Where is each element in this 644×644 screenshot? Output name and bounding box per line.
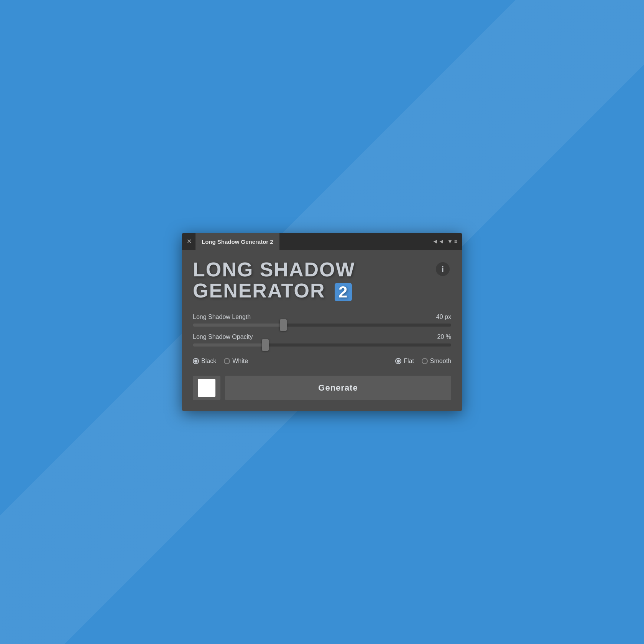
logo-area: LONG SHADOW GENERATOR 2 i — [193, 259, 451, 303]
black-radio[interactable] — [193, 358, 199, 364]
titlebar: ✕ Long Shadow Generator 2 ◄◄ ▼ ≡ — [182, 233, 462, 250]
flat-radio[interactable] — [395, 358, 401, 364]
menu-button[interactable]: ▼ ≡ — [447, 238, 457, 245]
panel: ✕ Long Shadow Generator 2 ◄◄ ▼ ≡ LONG SH… — [182, 233, 462, 411]
menu-arrow-icon: ▼ — [447, 238, 453, 245]
smooth-radio[interactable] — [422, 358, 428, 364]
info-button[interactable]: i — [436, 262, 450, 276]
opacity-label: Long Shadow Opacity — [193, 334, 253, 340]
titlebar-title: Long Shadow Generator 2 — [196, 233, 279, 250]
opacity-slider-row: Long Shadow Opacity 20 % — [193, 334, 451, 347]
logo-line2: GENERATOR — [193, 279, 325, 302]
opacity-slider-fill — [193, 343, 265, 347]
black-label: Black — [201, 358, 216, 365]
rewind-icon[interactable]: ◄◄ — [432, 238, 444, 245]
divider — [256, 357, 318, 365]
length-slider-fill — [193, 324, 283, 327]
length-slider-thumb[interactable] — [280, 319, 287, 331]
logo-badge: 2 — [335, 283, 352, 301]
close-button[interactable]: ✕ — [187, 238, 192, 245]
color-swatch-inner — [198, 379, 215, 397]
smooth-label: Smooth — [430, 358, 451, 365]
menu-lines-icon: ≡ — [454, 238, 457, 245]
length-value: 40 px — [436, 314, 451, 320]
flat-label: Flat — [404, 358, 414, 365]
white-label: White — [232, 358, 248, 365]
panel-body: LONG SHADOW GENERATOR 2 i Long Shadow Le… — [182, 250, 462, 411]
opacity-slider-track[interactable] — [193, 343, 451, 347]
slider-section: Long Shadow Length 40 px Long Shadow Opa… — [193, 314, 451, 347]
bottom-row: Generate — [193, 376, 451, 400]
titlebar-left: ✕ Long Shadow Generator 2 — [187, 233, 279, 250]
color-swatch[interactable] — [193, 376, 220, 400]
opacity-slider-thumb[interactable] — [262, 339, 269, 351]
opacity-label-row: Long Shadow Opacity 20 % — [193, 334, 451, 340]
logo-line1: LONG SHADOW — [193, 258, 355, 281]
white-radio[interactable] — [224, 358, 230, 364]
logo-text: LONG SHADOW GENERATOR 2 — [193, 259, 451, 301]
flat-radio-group[interactable]: Flat — [395, 358, 414, 365]
length-label-row: Long Shadow Length 40 px — [193, 314, 451, 320]
length-slider-row: Long Shadow Length 40 px — [193, 314, 451, 327]
generate-button[interactable]: Generate — [225, 376, 451, 400]
options-row: Black White Flat Smooth — [193, 354, 451, 368]
white-radio-group[interactable]: White — [224, 358, 248, 365]
opacity-value: 20 % — [437, 334, 451, 340]
black-radio-group[interactable]: Black — [193, 358, 216, 365]
length-label: Long Shadow Length — [193, 314, 251, 320]
smooth-radio-group[interactable]: Smooth — [422, 358, 451, 365]
titlebar-right: ◄◄ ▼ ≡ — [432, 238, 457, 245]
length-slider-track[interactable] — [193, 324, 451, 327]
